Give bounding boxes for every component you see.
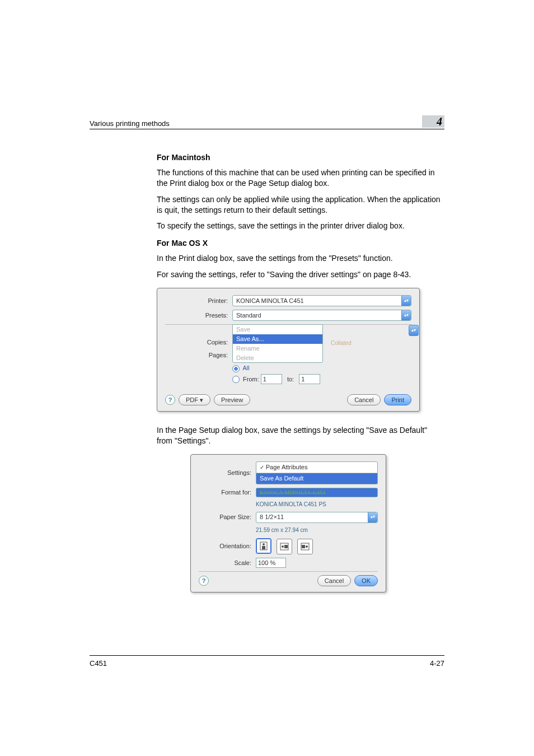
svg-point-4 — [282, 545, 284, 548]
option-save-as-default[interactable]: Save As Default — [256, 473, 377, 484]
presets-value: Standard — [236, 311, 261, 320]
paragraph: In the Print dialog box, save the settin… — [157, 253, 444, 264]
to-label: to: — [284, 376, 297, 382]
presets-label: Presets: — [165, 311, 232, 320]
printer-popup[interactable]: KONICA MINOLTA C451 ▴▾ — [232, 295, 411, 306]
updown-arrows-icon: ▴▾ — [401, 310, 411, 320]
orientation-label: Orientation: — [199, 542, 256, 550]
presets-dropdown-panel: Save Save As... Rename Delete ▴▾ — [232, 324, 323, 363]
updown-arrows-icon: ▴▾ — [409, 325, 419, 336]
paragraph: In the Page Setup dialog box, save the s… — [157, 425, 444, 446]
orientation-landscape-right-icon[interactable] — [297, 539, 313, 554]
chapter-number: 4 — [422, 115, 444, 128]
paper-size-value: 8 1/2×11 — [260, 513, 284, 521]
help-button[interactable]: ? — [165, 395, 175, 405]
radio-all[interactable] — [232, 365, 240, 372]
svg-point-7 — [306, 545, 308, 548]
pages-all-label: All — [242, 365, 249, 371]
printer-value: KONICA MINOLTA C451 — [236, 297, 304, 305]
paragraph: The functions of this machine that can b… — [157, 167, 444, 189]
menu-rename[interactable]: Rename — [233, 344, 322, 353]
format-for-popup[interactable]: KONICA MINOLTA C451 — [256, 488, 378, 498]
help-button[interactable]: ? — [199, 576, 209, 586]
footer-page: 4-27 — [430, 659, 444, 668]
paper-size-popup[interactable]: 8 1/2×11 ▴▾ — [256, 512, 378, 523]
presets-popup[interactable]: Standard ▴▾ — [232, 310, 411, 321]
from-label: From: — [243, 376, 259, 382]
svg-rect-5 — [284, 545, 288, 548]
copies-label: Copies: — [165, 338, 228, 347]
option-page-attributes[interactable]: Page Attributes — [256, 462, 377, 473]
paper-dimensions: 21.59 cm x 27.94 cm — [256, 526, 378, 534]
settings-label: Settings: — [199, 469, 256, 477]
paragraph: The settings can only be applied while u… — [157, 194, 444, 216]
print-button[interactable]: Print — [384, 394, 411, 405]
menu-save[interactable]: Save — [233, 325, 322, 334]
svg-rect-8 — [302, 545, 305, 548]
paragraph: For saving the settings, refer to "Savin… — [157, 269, 444, 280]
updown-arrows-icon: ▴▾ — [401, 296, 411, 306]
scale-label: Scale: — [199, 559, 256, 567]
orientation-landscape-left-icon[interactable] — [277, 539, 292, 554]
format-for-value: KONICA MINOLTA C451 — [256, 488, 377, 497]
footer-model: C451 — [90, 659, 107, 668]
body-content: For Macintosh The functions of this mach… — [157, 146, 444, 592]
header-title: Various printing methods — [90, 119, 170, 128]
running-header: Various printing methods 4 — [90, 115, 444, 129]
svg-rect-2 — [262, 546, 265, 549]
cancel-button[interactable]: Cancel — [347, 394, 381, 405]
print-dialog-figure: Printer: KONICA MINOLTA C451 ▴▾ Presets:… — [157, 288, 420, 412]
to-input[interactable]: 1 — [299, 374, 320, 384]
heading-macintosh: For Macintosh — [157, 152, 444, 163]
page: Various printing methods 4 For Macintosh… — [0, 0, 534, 756]
menu-delete[interactable]: Delete — [233, 353, 322, 363]
format-for-label: Format for: — [199, 488, 256, 497]
ok-button[interactable]: OK — [354, 575, 378, 586]
pdf-button[interactable]: PDF ▾ — [179, 394, 210, 405]
paragraph: To specify the settings, save the settin… — [157, 221, 444, 231]
collated-label: Collated — [331, 339, 352, 347]
updown-arrows-icon: ▴▾ — [368, 512, 377, 522]
from-input[interactable]: 1 — [261, 374, 282, 384]
heading-macosx: For Mac OS X — [157, 238, 444, 249]
cancel-button[interactable]: Cancel — [317, 575, 351, 586]
orientation-portrait-icon[interactable] — [256, 538, 271, 554]
pages-label: Pages: — [165, 351, 228, 360]
scale-input[interactable]: 100 % — [256, 558, 286, 568]
page-setup-dialog-figure: Settings: Page Attributes Save As Defaul… — [190, 454, 386, 592]
printer-label: Printer: — [165, 297, 232, 305]
preview-button[interactable]: Preview — [214, 394, 250, 405]
format-for-sublabel: KONICA MINOLTA C451 PS — [256, 501, 378, 508]
settings-popup[interactable]: Page Attributes Save As Default — [256, 461, 378, 484]
svg-point-1 — [263, 543, 265, 545]
page-footer: C451 4-27 — [90, 655, 444, 668]
paper-size-label: Paper Size: — [199, 513, 256, 521]
radio-from[interactable] — [232, 376, 240, 383]
menu-save-as[interactable]: Save As... — [233, 334, 322, 344]
